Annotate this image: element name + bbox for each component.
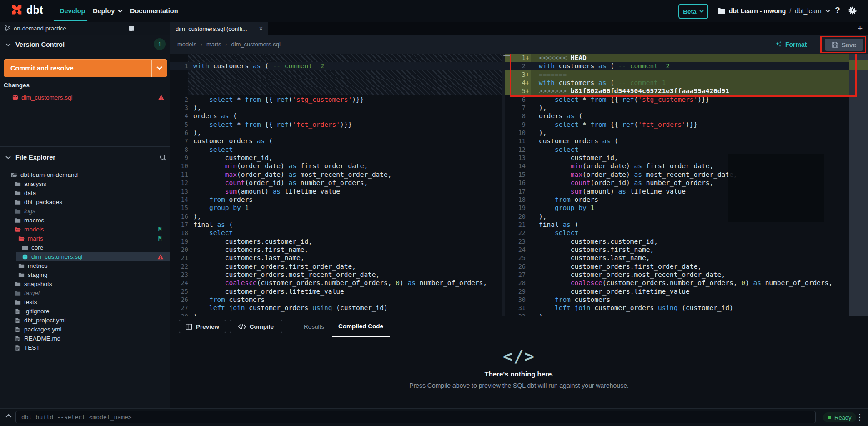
code-line[interactable]: 26 customer_orders.first_order_date, [505,262,849,271]
code-line[interactable]: 6), [170,129,502,137]
code-line[interactable]: 18 select [170,229,502,237]
file-explorer-header[interactable]: File Explorer [0,149,170,165]
docs-book-icon[interactable] [128,25,135,32]
gear-icon[interactable] [848,5,858,15]
code-line[interactable]: 7), [505,104,849,112]
code-line[interactable]: 27 left join customer_orders using (cust… [170,304,502,312]
code-line[interactable]: 24 coalesce(customer_orders.number_of_or… [170,279,502,287]
tree-item-macros[interactable]: macros [0,216,170,225]
code-line[interactable]: 3), [170,104,502,112]
code-line[interactable]: 26 from customers [170,296,502,304]
code-line[interactable]: 5+>>>>>>> b81f802a66fd544504c65721e3ffaa… [505,87,849,95]
code-line[interactable]: 27 customer_orders.most_recent_order_dat… [505,271,849,279]
diff-filler-row[interactable] [170,70,502,79]
breadcrumb-item[interactable]: dim_customers.sql [231,41,280,48]
chevron-up-icon[interactable] [5,414,12,421]
beta-button[interactable]: Beta [678,4,708,19]
code-line[interactable]: 19 customers.customer_id, [170,237,502,246]
code-line[interactable]: 20 customers.first_name, [170,246,502,254]
code-line[interactable]: 8 select [170,145,502,154]
code-line[interactable]: 23 customers.customer_id, [505,237,849,246]
code-line[interactable]: 22 customer_orders.first_order_date, [170,262,502,271]
breadcrumb-item[interactable]: marts [206,41,221,48]
commit-dropdown-chevron-icon[interactable] [152,60,167,77]
code-line[interactable]: 10 min(order_date) as first_order_date, [170,162,502,170]
nav-item-develop[interactable]: Develop [60,0,85,22]
diff-pane-original[interactable]: 1with customers as ( -- comment 22 selec… [170,54,502,316]
dbt-logo-icon[interactable] [10,4,24,18]
code-line[interactable]: 32) [505,312,849,316]
code-line[interactable]: 12 select [505,145,849,154]
code-line[interactable]: 1+<<<<<<< HEAD [505,54,849,62]
format-button[interactable]: Format [775,39,807,50]
tree-item-target[interactable]: target [0,289,170,298]
code-line[interactable]: 28) [170,312,502,316]
tree-item--gitignore[interactable]: .gitignore [0,307,170,316]
code-line[interactable]: 29 customer_orders.lifetime_value [505,287,849,296]
breadcrumb-item[interactable]: models [177,41,196,48]
project-selector[interactable]: dbt Learn - mwong / dbt_learn [717,0,830,22]
nav-item-documentation[interactable]: Documentation [130,0,178,22]
code-line[interactable]: 22 select [505,229,849,237]
code-line[interactable]: 23 customer_orders.most_recent_order_dat… [170,271,502,279]
code-line[interactable]: 25 customers.last_name, [505,254,849,262]
tree-item-dim-customers-sql[interactable]: dim_customers.sql [0,252,170,261]
code-line[interactable]: 16), [170,212,502,221]
code-line[interactable]: 8orders as ( [505,112,849,120]
tree-item-dbt-project-yml[interactable]: dbt_project.yml [0,316,170,325]
kebab-menu-icon[interactable]: ⋮ [856,412,863,422]
diff-filler-row[interactable] [170,54,502,62]
commit-and-resolve-button[interactable]: Commit and resolve [4,59,167,77]
code-line[interactable]: 28 coalesce(customer_orders.number_of_or… [505,279,849,287]
help-icon[interactable]: ? [835,5,840,15]
tree-item-data[interactable]: data [0,189,170,198]
code-line[interactable]: 14 from orders [170,195,502,204]
tree-item-marts[interactable]: martsM [0,234,170,243]
code-line[interactable]: 21 customers.last_name, [170,254,502,262]
code-line[interactable]: 9 select * from {{ ref('fct_orders')}} [505,120,849,129]
code-line[interactable]: 31 left join customer_orders using (cust… [505,304,849,312]
code-line[interactable]: 1with customers as ( -- comment 2 [170,62,502,70]
code-line[interactable]: 5 select * from {{ ref('fct_orders')}} [170,120,502,129]
changed-file-row[interactable]: dim_customers.sql [0,93,170,103]
preview-button[interactable]: Preview [179,320,226,333]
code-line[interactable]: 9 customer_id, [170,154,502,162]
compile-button[interactable]: Compile [230,320,282,333]
code-line[interactable]: 2with customers as ( -- comment 2 [505,62,849,70]
code-line[interactable]: 6 select * from {{ ref('stg_customers')}… [505,95,849,104]
tab-results[interactable]: Results [297,316,331,337]
tree-item-analysis[interactable]: analysis [0,180,170,189]
new-tab-button[interactable]: + [858,23,863,35]
tree-item-snapshots[interactable]: snapshots [0,280,170,289]
diff-filler-row[interactable] [170,87,502,95]
tree-item-tests[interactable]: tests [0,298,170,307]
tree-item-dbt-packages[interactable]: dbt_packages [0,198,170,207]
tree-item-staging[interactable]: staging [0,271,170,280]
diff-filler-row[interactable] [170,79,502,87]
code-line[interactable]: 4+with customers as ( -- comment 1 [505,79,849,87]
code-line[interactable]: 24 customers.first_name, [505,246,849,254]
code-line[interactable]: 25 customer_orders.lifetime_value [170,287,502,296]
code-line[interactable]: 11customer_orders as ( [505,137,849,145]
code-line[interactable]: 12 count(order_id) as number_of_orders, [170,179,502,187]
code-line[interactable]: 2 select * from {{ ref('stg_customers')}… [170,95,502,104]
code-line[interactable]: 11 max(order_date) as most_recent_order_… [170,170,502,179]
code-line[interactable]: 17final as ( [170,221,502,229]
dbt-logo-text[interactable]: dbt [26,4,43,16]
overview-ruler[interactable] [849,54,868,316]
tree-item-packages-yml[interactable]: packages.yml [0,325,170,334]
tree-item-logs[interactable]: logs [0,207,170,216]
fold-marker[interactable] [503,55,510,56]
tree-item-test[interactable]: TEST [0,343,170,352]
code-line[interactable]: 10), [505,129,849,137]
tree-item-readme-md[interactable]: README.md [0,334,170,343]
dbt-command-input[interactable]: dbt build --select <model_name> [15,411,816,423]
code-line[interactable]: 30 from customers [505,296,849,304]
tree-item-metrics[interactable]: metrics [0,261,170,271]
code-line[interactable]: 3+======= [505,70,849,79]
version-control-header[interactable]: Version Control 1 [0,36,170,53]
search-icon[interactable] [159,154,167,161]
tree-item-models[interactable]: modelsM [0,225,170,234]
close-icon[interactable]: × [259,25,263,32]
tree-item-dbt-learn-on-demand[interactable]: dbt-learn-on-demand [0,170,170,180]
